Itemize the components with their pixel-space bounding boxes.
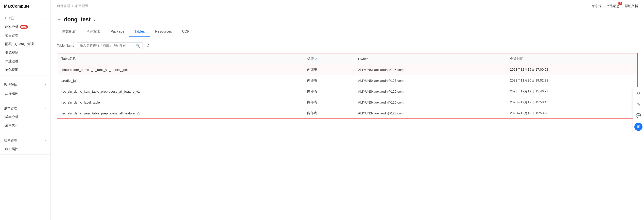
sidebar: MaxCompute 工作区∧SQL分析Beta项目管理配额（Quota）管理资… [0,0,51,220]
sidebar-item-0-5[interactable]: 物化视图 [0,66,50,74]
cell-owner: ALIYUN$xiaoxiaodh@126.com [354,97,506,108]
tab-参数配置[interactable]: 参数配置 [57,27,81,37]
sidebar-item-3-0[interactable]: 租户属性 [0,145,50,153]
data-table: Table名称类型 ▽Owner创建时间 featurestore_demo1_… [57,53,637,118]
sidebar-item-2-0[interactable]: 成本分析 [0,113,50,121]
cell-name: rec_sln_demo_item_table_preprocess_all_f… [57,86,303,97]
title-dropdown[interactable]: ∨ [93,17,96,22]
table-row[interactable]: rec_sln_demo_item_table_preprocess_all_f… [57,86,637,97]
sidebar-item-label: 成本优化 [5,123,18,128]
edit-icon[interactable]: ✎ [634,101,642,109]
sidebar-item-0-1[interactable]: 项目管理 [0,31,50,40]
breadcrumb: 项目管理 / 项目配置 [57,4,88,8]
breadcrumb-item-2[interactable]: 项目配置 [75,4,88,8]
right-panel: ↺ ✎ 💬 ⊞ [633,87,644,133]
product-news-link[interactable]: 产品动态 5 [606,4,620,8]
cell-owner: ALIYUN$xiaoxiaodh@126.com [354,64,506,75]
topbar-actions: 命令行 产品动态 5 帮助文档 [591,4,638,8]
breadcrumb-item-1[interactable]: 项目管理 [57,4,70,8]
sidebar-item-label: SQL分析 [5,25,18,29]
sidebar-section-header-1[interactable]: 数据传输∧ [0,81,50,89]
tab-resources[interactable]: Resources [150,27,177,37]
tab-package[interactable]: Package [106,27,129,37]
col-header-name: Table名称 [57,53,303,64]
chat-icon[interactable]: 💬 [634,112,642,120]
refresh-button[interactable]: ↺ [145,42,151,49]
search-input-wrapper: 🔍 [77,42,143,49]
cell-owner: ALIYUN$xiaoxiaodh@126.com [354,108,506,119]
table-container: Table名称类型 ▽Owner创建时间 featurestore_demo1_… [57,53,638,119]
col-header-created: 创建时间 [506,53,637,64]
cmd-line-link[interactable]: 命令行 [591,4,601,8]
tab-udf[interactable]: UDF [177,27,195,37]
back-button[interactable]: ← [57,17,61,22]
tab-tables[interactable]: Tables [129,27,150,37]
cell-owner: ALIYUN$xiaoxiaodh@126.com [354,75,506,86]
sidebar-item-label: 成本分析 [5,115,18,119]
sidebar-item-label: 作业运维 [5,59,18,64]
tab-角色权限[interactable]: 角色权限 [81,27,106,37]
search-input[interactable] [80,44,135,47]
col-header-owner: Owner [354,53,506,64]
sidebar-item-0-2[interactable]: 配额（Quota）管理 [0,40,50,48]
table-row[interactable]: predict_juji内部表ALIYUN$xiaoxiaodh@126.com… [57,75,637,86]
cell-type: 内部表 [303,75,354,86]
cell-created: 2023年12月19日 15:53:28 [506,108,637,119]
topbar: 项目管理 / 项目配置 命令行 产品动态 5 帮助文档 [51,0,644,12]
grid-icon[interactable]: ⊞ [634,123,642,131]
search-label: Table Name [57,44,74,47]
table-header-row: Table名称类型 ▽Owner创建时间 [57,53,637,64]
sidebar-item-0-3[interactable]: 资源观测 [0,48,50,57]
app-logo: MaxCompute [0,0,50,12]
col-header-type[interactable]: 类型 ▽ [303,53,354,64]
search-bar: Table Name 🔍 ↺ [57,42,638,49]
page-header: ← dong_test ∨ 参数配置角色权限PackageTablesResou… [51,12,644,37]
help-docs-link[interactable]: 帮助文档 [625,4,638,8]
refresh-icon[interactable]: ↺ [634,89,642,97]
sidebar-item-label: 租户属性 [5,147,18,151]
cell-name: rec_sln_demo_label_table [57,97,303,108]
breadcrumb-sep: / [72,4,73,8]
cell-type: 内部表 [303,86,354,97]
table-row[interactable]: rec_sln_demo_user_table_preprocess_all_f… [57,108,637,119]
page-title: dong_test [64,16,91,23]
tabs: 参数配置角色权限PackageTablesResourcesUDF [57,27,638,37]
sidebar-item-label: 物化视图 [5,68,18,72]
cell-created: 2023年12月19日 17:00:02 [506,64,637,75]
sidebar-item-1-0[interactable]: 迁移服务 [0,89,50,98]
sidebar-item-label: 配额（Quota）管理 [5,42,34,46]
sidebar-item-label: 项目管理 [5,33,18,38]
filter-icon[interactable]: ▽ [315,57,317,61]
table-row[interactable]: featurestore_demo1_fs_rank_v1_training_s… [57,64,637,75]
sidebar-item-label: 迁移服务 [5,91,18,96]
sidebar-item-0-4[interactable]: 作业运维 [0,57,50,66]
sidebar-section-header-2[interactable]: 成本管理∧ [0,104,50,113]
product-news-badge: 5 [618,2,622,5]
content-area: Table Name 🔍 ↺ Table名称类型 ▽Owner创建时间 feat… [51,37,644,220]
cell-type: 内部表 [303,97,354,108]
cell-name: predict_juji [57,75,303,86]
cell-created: 2023年11月26日 19:02:28 [506,75,637,86]
cell-created: 2023年12月19日 15:46:23 [506,86,637,97]
search-icon[interactable]: 🔍 [136,44,140,48]
sidebar-item-badge: Beta [20,25,28,29]
cell-name: featurestore_demo1_fs_rank_v1_training_s… [57,64,303,75]
cell-type: 内部表 [303,64,354,75]
sidebar-item-label: 资源观测 [5,50,18,55]
cell-type: 内部表 [303,108,354,119]
cell-name: rec_sln_demo_user_table_preprocess_all_f… [57,108,303,119]
sidebar-item-0-0[interactable]: SQL分析Beta [0,23,50,31]
cell-owner: ALIYUN$xiaoxiaodh@126.com [354,86,506,97]
table-row[interactable]: rec_sln_demo_label_table内部表ALIYUN$xiaoxi… [57,97,637,108]
main-content: 项目管理 / 项目配置 命令行 产品动态 5 帮助文档 ← dong_test … [51,0,644,220]
cell-created: 2023年12月19日 15:58:45 [506,97,637,108]
sidebar-section-header-3[interactable]: 租户管理∧ [0,136,50,145]
sidebar-item-2-1[interactable]: 成本优化 [0,121,50,130]
sidebar-section-header-0[interactable]: 工作区∧ [0,14,50,23]
